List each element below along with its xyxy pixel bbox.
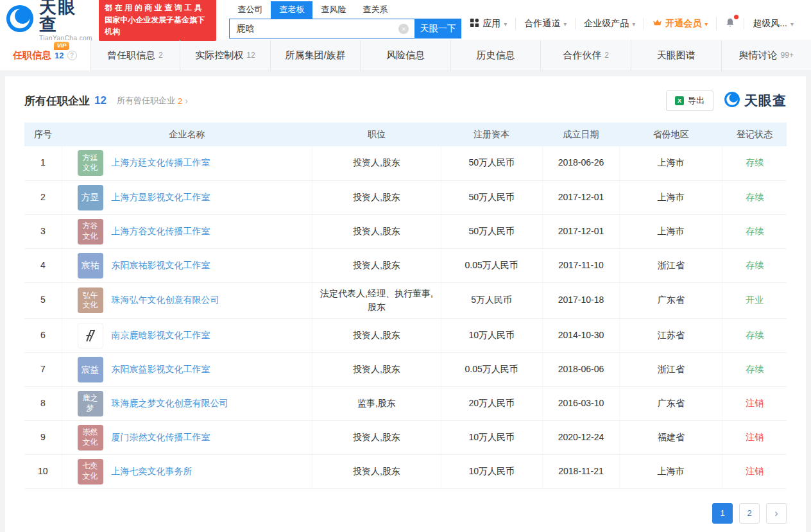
row-index: 7 bbox=[24, 352, 62, 386]
brand-name: 天眼查 bbox=[39, 0, 92, 33]
tab-item[interactable]: 风险信息 bbox=[361, 40, 451, 71]
company-link[interactable]: 上海七奕文化事务所 bbox=[112, 465, 192, 479]
tab-item[interactable]: 曾任职信息2 bbox=[90, 40, 181, 71]
search-tab[interactable]: 查关系 bbox=[354, 1, 396, 19]
position-cell: 投资人,股东 bbox=[312, 180, 441, 214]
province-cell: 上海市 bbox=[620, 180, 722, 214]
capital-cell: 10万人民币 bbox=[441, 454, 542, 488]
company-link[interactable]: 珠海弘午文化创意有限公司 bbox=[112, 293, 219, 307]
status-badge: 注销 bbox=[746, 432, 764, 442]
pagination: 12› bbox=[24, 503, 787, 524]
company-link[interactable]: 厦门崇然文化传播工作室 bbox=[112, 431, 210, 445]
row-index: 10 bbox=[24, 454, 62, 488]
table-header-row: 序号企业名称职位注册资本成立日期省份地区登记状态 bbox=[24, 123, 787, 146]
search-button[interactable]: 天眼一下 bbox=[414, 19, 461, 39]
table-row: 4宸祐东阳宸祐影视文化工作室投资人,股东0.05万人民币2017-11-10浙江… bbox=[24, 248, 787, 282]
tab-item[interactable]: 历史信息 bbox=[451, 40, 542, 71]
status-badge: 注销 bbox=[746, 398, 764, 408]
next-page-button[interactable]: › bbox=[766, 503, 787, 524]
nav-item[interactable]: 企业级产品▾ bbox=[575, 18, 644, 30]
capital-cell: 20万人民币 bbox=[441, 386, 542, 420]
table-row: 3方谷文化上海方谷文化传播工作室投资人,股东50万人民币2017-12-01上海… bbox=[24, 214, 787, 248]
company-link[interactable]: 上海方廷文化传播工作室 bbox=[112, 156, 210, 170]
established-date-cell: 2016-03-10 bbox=[542, 386, 619, 420]
help-icon[interactable]: ? bbox=[67, 51, 77, 60]
chevron-down-icon: ▾ bbox=[632, 21, 635, 28]
province-cell: 上海市 bbox=[620, 454, 722, 488]
company-link[interactable]: 珠海鹿之梦文化创意有限公司 bbox=[112, 397, 228, 411]
tab-item[interactable]: 舆情讨论99+ bbox=[722, 40, 811, 71]
company-logo: 鹿之梦 bbox=[78, 391, 103, 416]
table-row: 5弘午文化珠海弘午文化创意有限公司法定代表人,经理、执行董事, 股东5万人民币2… bbox=[24, 282, 787, 318]
column-header: 成立日期 bbox=[542, 123, 619, 146]
export-button[interactable]: X 导出 bbox=[666, 90, 713, 111]
company-link[interactable]: 东阳宸益影视文化工作室 bbox=[112, 363, 210, 377]
search-input[interactable] bbox=[229, 19, 414, 39]
page-button[interactable]: 1 bbox=[712, 503, 733, 524]
search-tab[interactable]: 查公司 bbox=[229, 1, 271, 19]
capital-cell: 0.05万人民币 bbox=[441, 248, 542, 282]
tab-item[interactable]: 天眼图谱 bbox=[631, 40, 722, 71]
position-cell: 投资人,股东 bbox=[312, 318, 441, 352]
established-date-cell: 2018-06-26 bbox=[542, 146, 619, 180]
tianyancha-watermark: 天眼查 bbox=[724, 91, 787, 110]
page-button[interactable]: 2 bbox=[739, 503, 760, 524]
nav-item[interactable]: 应用▾ bbox=[461, 18, 515, 30]
tianyancha-swirl-icon bbox=[5, 4, 35, 36]
chevron-right-icon: › bbox=[185, 96, 188, 106]
tab-item[interactable]: 所属集团/族群 bbox=[271, 40, 361, 71]
tab-label: 历史信息 bbox=[477, 49, 515, 62]
company-logo: 崇然文化 bbox=[78, 425, 103, 450]
tab-item[interactable]: 实际控制权12 bbox=[180, 40, 271, 71]
bell-icon bbox=[725, 17, 735, 30]
tab-label: 风险信息 bbox=[386, 49, 425, 62]
search-tab[interactable]: 查风险 bbox=[312, 1, 354, 19]
excel-icon: X bbox=[675, 96, 684, 105]
company-logo: 弘午文化 bbox=[78, 287, 103, 313]
former-positions-link[interactable]: 所有曾任职企业 2 › bbox=[117, 95, 188, 107]
capital-cell: 50万人民币 bbox=[441, 214, 542, 248]
tab-label: 舆情讨论 bbox=[739, 49, 778, 62]
table-row: 1方廷文化上海方廷文化传播工作室投资人,股东50万人民币2018-06-26上海… bbox=[24, 146, 787, 180]
established-date-cell: 2017-10-18 bbox=[542, 282, 619, 318]
province-cell: 上海市 bbox=[620, 214, 722, 248]
company-link[interactable]: 上海方昱影视文化工作室 bbox=[112, 191, 210, 205]
column-header: 职位 bbox=[312, 123, 441, 146]
column-header: 省份地区 bbox=[620, 123, 722, 146]
tab-label: 任职信息 bbox=[13, 49, 51, 62]
capital-cell: 0.05万人民币 bbox=[441, 352, 542, 386]
table-row: 6南京鹿晗影视文化工作室投资人,股东10万人民币2014-10-30江苏省存续 bbox=[24, 318, 787, 352]
nav-item[interactable]: 超级风...▾ bbox=[744, 18, 802, 30]
company-link[interactable]: 上海方谷文化传播工作室 bbox=[112, 225, 210, 239]
vip-badge: VIP bbox=[54, 42, 70, 50]
promo-badge: 都在用的商业查询工具 国家中小企业发展子基金旗下机构 bbox=[99, 0, 216, 41]
tab-count-badge: 12 bbox=[55, 51, 64, 60]
capital-cell: 50万人民币 bbox=[441, 146, 542, 180]
row-index: 9 bbox=[24, 420, 62, 454]
row-index: 1 bbox=[24, 146, 62, 180]
section-title: 所有任职企业 bbox=[24, 94, 90, 108]
tab-item[interactable]: 合作伙伴2 bbox=[541, 40, 631, 71]
tab-current-positions[interactable]: 任职信息12?VIP bbox=[0, 40, 90, 71]
search-tab[interactable]: 查老板 bbox=[271, 1, 312, 19]
table-row: 2方昱上海方昱影视文化工作室投资人,股东50万人民币2017-12-01上海市存… bbox=[24, 180, 787, 214]
tianyancha-logo[interactable]: 天眼查 TianYanCha.com bbox=[5, 0, 92, 42]
notifications-bell[interactable] bbox=[716, 17, 744, 30]
company-logo: 方谷文化 bbox=[78, 219, 103, 245]
row-index: 6 bbox=[24, 318, 62, 352]
nav-item[interactable]: 合作通道▾ bbox=[515, 18, 575, 30]
province-cell: 福建省 bbox=[620, 420, 722, 454]
top-nav: 应用▾合作通道▾企业级产品▾开通会员▾超级风...▾ bbox=[461, 17, 802, 30]
established-date-cell: 2018-11-21 bbox=[542, 454, 619, 488]
nav-item-label: 应用 bbox=[482, 18, 500, 30]
section-count: 12 bbox=[94, 94, 107, 107]
nav-item[interactable]: 开通会员▾ bbox=[644, 18, 716, 30]
row-index: 2 bbox=[24, 180, 62, 214]
company-link[interactable]: 东阳宸祐影视文化工作室 bbox=[112, 259, 210, 273]
table-row: 8鹿之梦珠海鹿之梦文化创意有限公司监事,股东20万人民币2016-03-10广东… bbox=[24, 386, 787, 420]
position-cell: 投资人,股东 bbox=[312, 352, 441, 386]
chevron-down-icon: ▾ bbox=[790, 21, 794, 28]
crown-icon bbox=[653, 19, 662, 29]
company-link[interactable]: 南京鹿晗影视文化工作室 bbox=[112, 329, 210, 343]
positions-table: 序号企业名称职位注册资本成立日期省份地区登记状态 1方廷文化上海方廷文化传播工作… bbox=[24, 123, 787, 489]
